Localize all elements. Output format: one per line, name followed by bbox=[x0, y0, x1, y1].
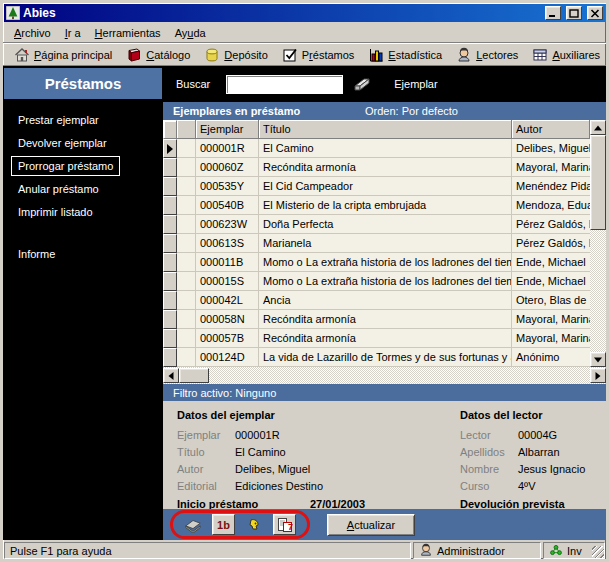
cell-ejemplar: 000057B bbox=[196, 329, 259, 348]
sidebar-item-prorrogar-prestamo[interactable]: Prorrogar préstamo bbox=[11, 156, 120, 176]
search-input[interactable] bbox=[226, 75, 343, 94]
table-row[interactable]: 000001REl CaminoDelibes, Miguel bbox=[163, 139, 590, 158]
column-header-ejemplar[interactable]: Ejemplar bbox=[196, 120, 259, 139]
row-blank-cell bbox=[177, 158, 196, 177]
details-field-apellidos: ApellidosAlbarran bbox=[460, 443, 606, 460]
menu-bar: ArchivoIr aHerramientasAyuda bbox=[3, 23, 606, 42]
row-selector[interactable] bbox=[163, 234, 177, 253]
sidebar-item-anular-prestamo[interactable]: Anular préstamo bbox=[11, 179, 106, 199]
table-row[interactable]: 000623WDoña PerfectaPérez Galdós, B bbox=[163, 215, 590, 234]
toolbar-label: Depósito bbox=[224, 49, 267, 61]
row-selector[interactable] bbox=[163, 348, 177, 367]
field-value: Albarran bbox=[518, 446, 560, 458]
sidebar-item-imprimir-listado[interactable]: Imprimir listado bbox=[11, 202, 100, 222]
table-row[interactable]: 000057BRecóndita armoníaMayoral, Marina bbox=[163, 329, 590, 348]
row-selector[interactable] bbox=[163, 158, 177, 177]
row-selector[interactable] bbox=[163, 253, 177, 272]
vertical-scroll-track[interactable] bbox=[590, 230, 606, 352]
toolbar-catalogo[interactable]: Catálogo bbox=[119, 45, 197, 65]
toolbar-auxiliares[interactable]: Auxiliares bbox=[525, 45, 607, 65]
toolbar-label: Préstamos bbox=[302, 49, 355, 61]
table-row[interactable]: 000124DLa vida de Lazarillo de Tormes y … bbox=[163, 348, 590, 367]
column-header-titulo[interactable]: Título bbox=[259, 120, 512, 139]
horizontal-scrollbar[interactable] bbox=[163, 367, 606, 384]
field-label: Editorial bbox=[177, 480, 235, 492]
menu-archivo[interactable]: Archivo bbox=[7, 25, 58, 41]
field-label: Autor bbox=[177, 463, 235, 475]
return-date-button[interactable]: 7 bbox=[273, 514, 296, 535]
cell-autor: Anónimo bbox=[512, 348, 590, 367]
cell-titulo: Ancia bbox=[259, 291, 512, 310]
row-selector[interactable] bbox=[163, 272, 177, 291]
field-value: Delibes, Miguel bbox=[235, 463, 310, 475]
cell-autor: Otero, Blas de bbox=[512, 291, 590, 310]
row-blank-cell bbox=[177, 253, 196, 272]
table-row[interactable]: 000015SMomo o La extraña historia de los… bbox=[163, 272, 590, 291]
table-row[interactable]: 000011BMomo o La extraña historia de los… bbox=[163, 253, 590, 272]
scroll-left-button[interactable] bbox=[163, 368, 179, 383]
cell-titulo: El Camino bbox=[259, 139, 512, 158]
row-selector[interactable] bbox=[163, 215, 177, 234]
deposit-icon bbox=[204, 47, 220, 63]
title-bar: Abies bbox=[4, 4, 605, 22]
maximize-icon bbox=[569, 9, 579, 18]
table-row[interactable]: 000058NRecóndita armoníaMayoral, Marina bbox=[163, 310, 590, 329]
book-icon[interactable] bbox=[184, 517, 202, 533]
toolbar-estadistica[interactable]: Estadística bbox=[361, 45, 449, 65]
toolbar-prestamos[interactable]: Préstamos bbox=[275, 45, 362, 65]
menu-ir-a[interactable]: Ir a bbox=[58, 25, 88, 41]
vertical-scroll-thumb[interactable] bbox=[590, 135, 606, 230]
row-selector[interactable] bbox=[163, 291, 177, 310]
details-panel: Datos del ejemplarEjemplar000001RTítuloE… bbox=[163, 401, 606, 509]
update-button[interactable]: Actualizar bbox=[327, 514, 415, 536]
selected-row-arrow-icon bbox=[167, 144, 173, 154]
search-field-label: Ejemplar bbox=[394, 78, 437, 90]
scroll-down-button[interactable] bbox=[590, 352, 606, 367]
sidebar-item-informe[interactable]: Informe bbox=[11, 244, 62, 264]
eraser-icon[interactable] bbox=[352, 77, 372, 92]
horizontal-scroll-thumb[interactable] bbox=[179, 368, 209, 383]
loan-code-button[interactable]: 1b bbox=[212, 514, 235, 535]
vertical-scrollbar[interactable] bbox=[590, 120, 606, 367]
field-value: Jesus Ignacio bbox=[518, 463, 585, 475]
table-row[interactable]: 000042LAnciaOtero, Blas de bbox=[163, 291, 590, 310]
row-selector[interactable] bbox=[163, 196, 177, 215]
reader-head-icon[interactable] bbox=[245, 517, 263, 533]
toolbar-deposito[interactable]: Depósito bbox=[197, 45, 274, 65]
horizontal-scroll-track[interactable] bbox=[209, 367, 590, 384]
scroll-up-button[interactable] bbox=[590, 120, 606, 135]
row-selector[interactable] bbox=[163, 329, 177, 348]
cell-autor: Mendoza, Eduar bbox=[512, 196, 590, 215]
close-button[interactable] bbox=[587, 6, 603, 20]
column-header-autor[interactable]: Autor bbox=[512, 120, 590, 139]
footer-strip: 1b7 Actualizar bbox=[163, 509, 606, 540]
sidebar-item-prestar-ejemplar[interactable]: Prestar ejemplar bbox=[11, 110, 106, 130]
scroll-right-button[interactable] bbox=[590, 368, 606, 383]
row-blank-cell bbox=[177, 139, 196, 158]
status-right-panel: Inv bbox=[543, 542, 605, 559]
row-selector[interactable] bbox=[163, 139, 177, 158]
cell-titulo: Recóndita armonía bbox=[259, 310, 512, 329]
row-selector[interactable] bbox=[163, 310, 177, 329]
table-row[interactable]: 000540BEl Misterio de la cripta embrujad… bbox=[163, 196, 590, 215]
sidebar-item-devolver-ejemplar[interactable]: Devolver ejemplar bbox=[11, 133, 114, 153]
details-field-lector: Lector00004G bbox=[460, 426, 606, 443]
cell-autor: Menéndez Pidal, bbox=[512, 177, 590, 196]
table-row[interactable]: 000535YEl Cid CampeadorMenéndez Pidal, bbox=[163, 177, 590, 196]
details-field-titulo: TítuloEl Camino bbox=[177, 443, 460, 460]
toolbar-lectores[interactable]: Lectores bbox=[449, 45, 525, 65]
minimize-button[interactable] bbox=[545, 6, 561, 20]
row-selector[interactable] bbox=[163, 177, 177, 196]
toolbar-label: Página principal bbox=[34, 49, 112, 61]
table-row[interactable]: 000060ZRecóndita armoníaMayoral, Marina bbox=[163, 158, 590, 177]
menu-herramientas[interactable]: Herramientas bbox=[88, 25, 168, 41]
menu-ayuda[interactable]: Ayuda bbox=[168, 25, 213, 41]
cell-titulo: Momo o La extraña historia de los ladron… bbox=[259, 272, 512, 291]
toolbar-pagina-principal[interactable]: Página principal bbox=[7, 45, 119, 65]
tool-label: 1b bbox=[217, 519, 230, 531]
loans-table: EjemplarTítuloAutor000001REl CaminoDelib… bbox=[163, 120, 590, 367]
cell-titulo: Momo o La extraña historia de los ladron… bbox=[259, 253, 512, 272]
maximize-button[interactable] bbox=[566, 6, 582, 20]
details-field-ejemplar: Ejemplar000001R bbox=[177, 426, 460, 443]
table-row[interactable]: 000613SMarianelaPérez Galdós, B bbox=[163, 234, 590, 253]
